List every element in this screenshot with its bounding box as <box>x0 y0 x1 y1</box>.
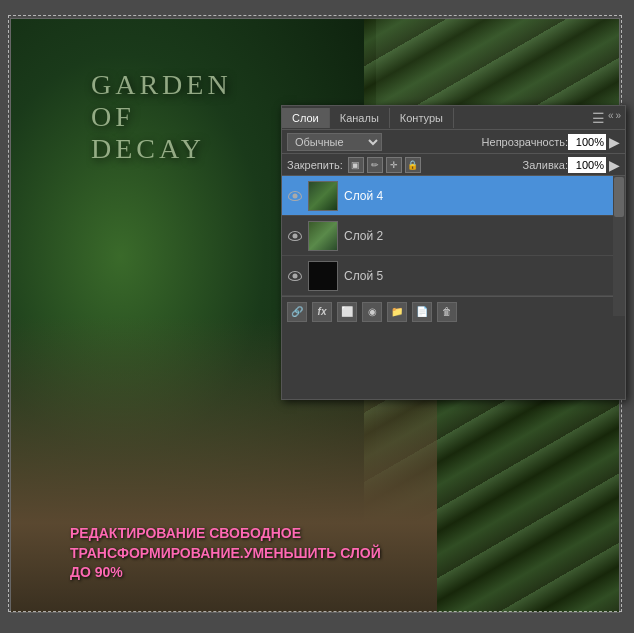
fill-arrow-icon[interactable]: ▶ <box>609 157 620 173</box>
canvas-area: GARDENOFDECAY РЕДАКТИРОВАНИЕ СВОБОДНОЕ Т… <box>0 0 634 633</box>
lock-all-icon[interactable]: 🔒 <box>405 157 421 173</box>
panel-tabs: Слои Каналы Контуры ☰ « » <box>282 106 625 130</box>
layer-3-thumb <box>308 261 338 291</box>
blend-opacity-row: Обычные Непрозрачность: ▶ <box>282 130 625 154</box>
layer-item-3[interactable]: Слой 5 <box>282 256 625 296</box>
layer-1-thumb <box>308 181 338 211</box>
canvas-title: GARDENOFDECAY <box>91 69 232 165</box>
fill-input[interactable] <box>568 157 606 173</box>
tab-layers[interactable]: Слои <box>282 108 330 128</box>
panel-bottom-bar: 🔗 fx ⬜ ◉ 📁 📄 🗑 <box>282 296 625 326</box>
new-group-icon[interactable]: 📁 <box>387 302 407 322</box>
layer-3-name: Слой 5 <box>344 269 621 283</box>
layer-item-2[interactable]: Слой 2 <box>282 216 625 256</box>
layers-scrollbar[interactable] <box>613 176 625 316</box>
lock-move-icon[interactable]: ✛ <box>386 157 402 173</box>
fill-label: Заливка: <box>523 159 568 171</box>
collapse-left-icon[interactable]: « <box>608 110 614 121</box>
lock-fill-row: Закрепить: ▣ ✏ ✛ 🔒 Заливка: ▶ <box>282 154 625 176</box>
layer-2-eye[interactable] <box>286 227 304 245</box>
layers-list: Слой 4 Слой 2 Слой 5 <box>282 176 625 296</box>
instruction-text: РЕДАКТИРОВАНИЕ СВОБОДНОЕ ТРАНСФОРМИРОВАН… <box>70 524 381 583</box>
blend-mode-select[interactable]: Обычные <box>287 133 382 151</box>
opacity-label: Непрозрачность: <box>482 136 568 148</box>
opacity-input[interactable] <box>568 134 606 150</box>
panel-collapse: « » <box>604 106 625 125</box>
lock-paint-icon[interactable]: ✏ <box>367 157 383 173</box>
layer-3-eye[interactable] <box>286 267 304 285</box>
collapse-right-icon[interactable]: » <box>615 110 621 121</box>
layer-2-name: Слой 2 <box>344 229 621 243</box>
eye-icon-3 <box>288 271 302 281</box>
scrollbar-thumb[interactable] <box>614 177 624 217</box>
layer-effects-icon[interactable]: fx <box>312 302 332 322</box>
layers-panel: Слои Каналы Контуры ☰ « » Обычные Непроз… <box>281 105 626 400</box>
add-mask-icon[interactable]: ⬜ <box>337 302 357 322</box>
eye-icon-1 <box>288 191 302 201</box>
lock-icons: ▣ ✏ ✛ 🔒 <box>348 157 421 173</box>
lock-transparency-icon[interactable]: ▣ <box>348 157 364 173</box>
fill-adjustment-icon[interactable]: ◉ <box>362 302 382 322</box>
link-layers-icon[interactable]: 🔗 <box>287 302 307 322</box>
layer-1-eye[interactable] <box>286 187 304 205</box>
layer-1-name: Слой 4 <box>344 189 621 203</box>
layer-item-1[interactable]: Слой 4 <box>282 176 625 216</box>
layer-2-thumb <box>308 221 338 251</box>
opacity-arrow-icon[interactable]: ▶ <box>609 134 620 150</box>
tab-paths[interactable]: Контуры <box>390 108 454 128</box>
new-layer-icon[interactable]: 📄 <box>412 302 432 322</box>
lock-label: Закрепить: <box>287 159 343 171</box>
delete-layer-icon[interactable]: 🗑 <box>437 302 457 322</box>
tab-channels[interactable]: Каналы <box>330 108 390 128</box>
eye-icon-2 <box>288 231 302 241</box>
